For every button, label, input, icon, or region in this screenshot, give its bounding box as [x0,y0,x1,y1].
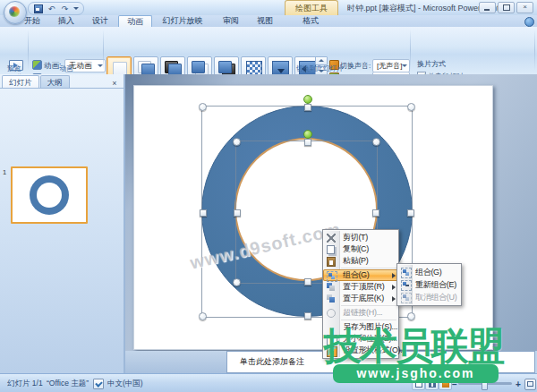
resize-handle-se[interactable] [407,312,415,320]
language-indicator[interactable]: 中文(中国) [107,379,143,389]
tab-slides-pane[interactable]: 幻灯片 [2,75,39,89]
resize-handle-s[interactable] [304,312,311,320]
rotate-handle[interactable] [303,130,312,139]
fit-to-window-icon[interactable] [524,379,536,390]
qat-customize-chevron-icon[interactable] [73,7,79,10]
resize-handle-sw[interactable] [233,278,241,286]
slide-thumbnail-ring-shape [30,175,69,215]
tab-insert[interactable]: 插入 [50,15,82,27]
window-title: 时钟.ppt [兼容模式] - Microsoft PowerPoint [347,3,499,14]
slides-panel: 幻灯片 大纲 × 1 [0,74,125,373]
resize-handle-sw[interactable] [199,312,207,320]
resize-handle-ne[interactable] [372,138,380,146]
menu-item-hyperlink[interactable]: 超链接(H)... [323,307,398,319]
tab-view[interactable]: 视图 [249,15,281,27]
tab-format[interactable]: 格式 [286,15,335,27]
tab-review[interactable]: 审阅 [215,15,247,27]
submenu-arrow-icon [392,273,396,278]
quick-access-toolbar: ↶ ↷ [28,2,84,15]
ribbon-tab-row: 开始 插入 设计 动画 幻灯片放映 审阅 视图 格式 [0,15,537,27]
office-button[interactable] [4,1,27,24]
submenu-item-group[interactable]: 组合(G) [397,266,461,278]
menu-separator [341,268,396,268]
resize-handle-w[interactable] [234,209,241,217]
resize-handle-nw[interactable] [199,103,207,111]
scissors-icon [327,234,336,243]
bring-to-front-icon [327,283,336,292]
restore-button[interactable] [498,2,515,13]
slide-number: 1 [3,168,6,176]
group-separator [103,30,104,71]
resize-handle-nw[interactable] [233,138,241,146]
redo-icon[interactable]: ↷ [60,4,70,13]
resize-handle-s[interactable] [304,278,311,285]
zoom-in-icon[interactable]: + [516,379,521,389]
theme-indicator[interactable]: “Office 主题” [47,379,89,389]
group-submenu: 组合(G) 重新组合(E) 取消组合(U) [396,263,462,306]
office-logo-icon [9,6,20,17]
submenu-item-ungroup[interactable]: 取消组合(U) [397,291,461,303]
rotate-handle[interactable] [303,95,312,104]
minimize-button[interactable] [479,2,496,13]
menu-item-send-to-back[interactable]: 置于底层(K) [323,293,398,304]
tab-slideshow[interactable]: 幻灯片放映 [152,15,213,27]
drawing-tools-contextual-header: 绘图工具 [285,0,338,15]
ungroup-icon [401,293,412,303]
submenu-arrow-icon [392,296,396,302]
tab-design[interactable]: 设计 [84,15,116,27]
hyperlink-icon [327,309,336,318]
group-icon [401,268,412,278]
slide-thumbnail[interactable] [11,166,88,224]
animation-group-label: 动画 [29,64,104,73]
notes-splitter-area [125,351,226,373]
transitions-group-label: 切换到此幻灯片 [105,64,534,73]
preview-group-label: 预览 [0,64,28,73]
spellcheck-icon[interactable] [93,379,104,389]
undo-icon[interactable]: ↶ [47,4,56,13]
title-bar: ↶ ↷ 绘图工具 时钟.ppt [兼容模式] - Microsoft Power… [0,0,537,16]
window-controls: × [479,2,533,13]
menu-item-bring-to-front[interactable]: 置于顶层(R) [323,281,398,293]
menu-item-cut[interactable]: 剪切(T) [323,232,398,243]
group-separator [534,30,535,71]
menu-item-paste[interactable]: 粘贴(P) [323,255,398,267]
submenu-item-regroup[interactable]: 重新组合(E) [397,278,461,291]
resize-handle-w[interactable] [200,209,207,217]
restore-icon [503,4,510,11]
menu-item-copy[interactable]: 复制(C) [323,243,398,255]
panel-tab-divider [0,88,124,89]
minimize-icon [484,9,490,11]
regroup-icon [401,280,412,291]
tab-animations[interactable]: 动画 [118,15,152,28]
brand-url-watermark: www.jsgho.com [333,364,499,383]
slide-indicator: 幻灯片 1/1 [7,379,43,389]
panel-tabs: 幻灯片 大纲 × [2,75,120,89]
save-icon[interactable] [33,4,43,13]
resize-handle-n[interactable] [304,104,311,111]
resize-handle-e[interactable] [407,209,414,217]
send-to-back-icon [327,294,336,303]
tab-outline-pane[interactable]: 大纲 [40,75,70,89]
menu-separator [341,320,396,320]
menu-separator [341,305,396,306]
submenu-arrow-icon [392,285,396,290]
help-icon[interactable] [524,17,534,27]
resize-handle-ne[interactable] [407,103,415,111]
resize-handle-n[interactable] [304,139,311,146]
brand-watermark: 技术员联盟 [324,328,503,365]
copy-icon [327,245,335,254]
paste-icon [327,257,336,267]
notes-placeholder: 单击此处添加备注 [240,356,304,368]
menu-item-group[interactable]: 组合(G) [323,269,398,281]
ribbon: 预览 预览 动画: 无动画 自定义动画 动画 [0,27,537,75]
close-button[interactable]: × [516,2,533,13]
